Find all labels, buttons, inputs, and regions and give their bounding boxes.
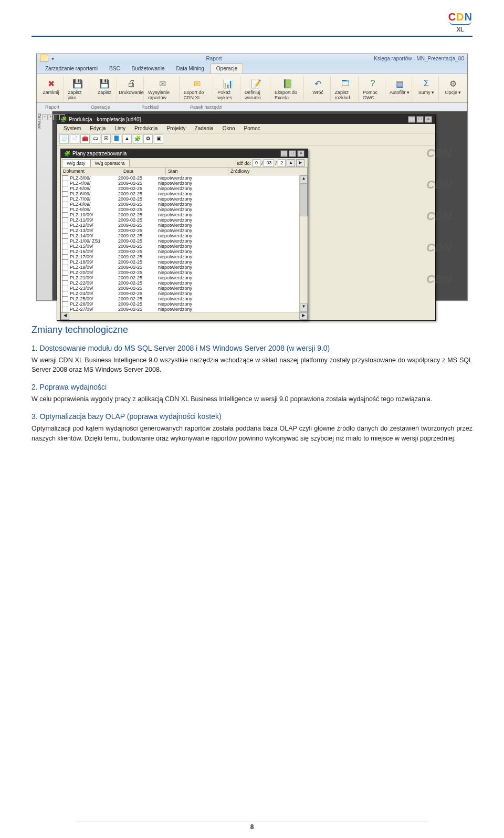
toolbar-icon[interactable]: 🧾 [59,134,69,144]
table-row[interactable]: PLZ-23/09/2009-02-25niepotwierdzony [61,286,308,291]
tree-expand-icon[interactable]: + [48,114,54,120]
table-row[interactable]: PLZ-24/09/2009-02-25niepotwierdzony [61,291,308,296]
ribbon-tab[interactable]: Zarządzanie raportami [40,64,103,74]
inner-tab-wgoperatora[interactable]: W/g operatora [90,159,130,167]
maximize-button[interactable]: □ [289,150,296,157]
ribbon-button[interactable]: 💾Zapisz jako [66,76,90,101]
date-control[interactable]: 0 / 03 / 2 ▲ ▶ [253,159,304,167]
ribbon-tab[interactable]: BSC [104,64,125,74]
table-row[interactable]: PLZ-13/09/2009-02-25niepotwierdzony [61,228,308,233]
toolbar-icon[interactable]: 📄 [70,134,79,144]
inner-tab-wgdaty[interactable]: W/g daty [62,159,90,167]
ribbon-button[interactable]: 📗Eksport do Excela [272,76,304,101]
table-row[interactable]: PLZ-17/09/2009-02-25niepotwierdzony [61,254,308,259]
inner-window-titlebar[interactable]: 🧩Plany zapotrzebowania _ □ × [61,149,308,158]
toolbar-icon[interactable]: 🧰 [80,134,90,144]
table-row[interactable]: PLZ-16/09/2009-02-25niepotwierdzony [61,249,308,254]
titlebar-dropdown-icon[interactable]: ▾ [51,56,54,61]
ribbon-button[interactable]: ⚙Opcje ▾ [441,76,465,101]
grid-col-stan[interactable]: Stan [166,167,228,175]
table-row[interactable]: PLZ-6/09/2009-02-25niepotwierdzony [61,191,308,196]
menu-item[interactable]: Zadania [191,125,218,132]
menu-item[interactable]: Pomoc [240,125,265,132]
toolbar-icon[interactable]: ✿ [143,134,153,144]
table-row[interactable]: PLZ-15/09/2009-02-25niepotwierdzony [61,244,308,249]
grid-body[interactable]: PLZ-3/09/2009-02-25niepotwierdzonyPLZ-4/… [61,175,308,312]
table-row[interactable]: PLZ-7/09/2009-02-25niepotwierdzony [61,196,308,202]
ribbon-tab[interactable]: Operacje [211,64,244,74]
grid-col-zrodlowy[interactable]: Źródłowy [228,167,308,175]
table-row[interactable]: PLZ-22/09/2009-02-25niepotwierdzony [61,280,308,286]
toolbar-icon[interactable]: ▣ [154,134,163,144]
ribbon-button[interactable]: ↶Wróć [306,76,331,101]
ribbon-button[interactable]: 📊Pokaż wykres [215,76,240,101]
table-row[interactable]: PLZ-14/09/2009-02-25niepotwierdzony [61,233,308,238]
date-go-button[interactable]: ▶ [296,159,304,167]
ribbon-button[interactable]: ▤Autofiltr ▾ [387,76,412,101]
side-panel[interactable]: Drzewo + + + + [37,111,52,300]
grid-col-dokument[interactable]: Dokument [61,167,121,175]
grid-col-data[interactable]: Data [121,167,166,175]
menu-item[interactable]: System [59,125,85,132]
scrollbar-horizontal[interactable]: ◀ ▶ [61,312,308,320]
menu-item[interactable]: Produkcja [130,125,162,132]
toolbar-icon[interactable]: ▲ [122,134,132,144]
table-row[interactable]: PLZ-10/09/2009-02-25niepotwierdzony [61,212,308,217]
scroll-right-icon[interactable]: ▶ [299,312,308,320]
cell-stan: niepotwierdzony [158,286,307,291]
table-row[interactable]: PLZ-12/09/2009-02-25niepotwierdzony [61,223,308,228]
table-row[interactable]: PLZ-8/09/2009-02-25niepotwierdzony [61,202,308,207]
ribbon-button[interactable]: 🗔Zapisz rozkład [333,76,359,101]
table-row[interactable]: PLZ-9/09/2009-02-25niepotwierdzony [61,207,308,212]
table-row[interactable]: PLZ-20/09/2009-02-25niepotwierdzony [61,270,308,275]
date-seg-1[interactable]: 0 [253,159,260,167]
ribbon-button[interactable]: ?Pomoc OWC [361,76,385,101]
date-seg-2[interactable]: 03 [264,159,274,167]
scroll-thumb[interactable] [300,184,308,216]
table-row[interactable]: PLZ-5/09/2009-02-25niepotwierdzony [61,186,308,191]
ribbon-button[interactable]: ✖Zamknij [39,76,64,101]
ribbon-button[interactable]: ΣSumy ▾ [414,76,439,101]
menu-item[interactable]: Edycja [86,125,110,132]
table-row[interactable]: PLZ-26/09/2009-02-25niepotwierdzony [61,301,308,307]
toolbar-icon[interactable]: 🗂 [91,134,100,144]
toolbar-icon[interactable]: 📘 [112,134,121,144]
ribbon-tab[interactable]: Data Mining [171,64,209,74]
menu-item[interactable]: Projekty [162,125,190,132]
scroll-up-icon[interactable]: ▲ [300,175,308,184]
table-row[interactable]: PLZ-19/09/2009-02-25niepotwierdzony [61,265,308,270]
table-row[interactable]: PLZ-3/09/2009-02-25niepotwierdzony [61,175,308,181]
toolbar-icon[interactable]: 🧩 [133,134,142,144]
minimize-button[interactable]: _ [408,116,415,123]
scroll-down-icon[interactable]: ▼ [300,303,308,312]
row-checkbox[interactable] [62,307,68,312]
table-row[interactable]: PLZ-18/09/2009-02-25niepotwierdzony [61,259,308,265]
table-row[interactable]: PLZ-21/09/2009-02-25niepotwierdzony [61,275,308,280]
table-row[interactable]: PLZ-1/09/ ZS12009-02-25niepotwierdzony [61,238,308,244]
ribbon-button[interactable]: ✉Export do CDN XL [182,76,214,101]
menu-item[interactable]: Listy [110,125,130,132]
menu-item[interactable]: Okno [218,125,239,132]
ribbon-button[interactable]: 🖨Drukowanie [119,76,144,101]
tree-expand-icon[interactable]: + [42,114,48,120]
date-seg-3[interactable]: 2 [278,159,286,167]
date-spin-up-icon[interactable]: ▲ [287,159,295,167]
table-row[interactable]: PLZ-4/09/2009-02-25niepotwierdzony [61,181,308,186]
minimize-button[interactable]: _ [280,150,288,157]
table-row[interactable]: PLZ-11/09/2009-02-25niepotwierdzony [61,217,308,223]
close-button[interactable]: × [425,116,432,123]
ribbon-tab[interactable]: Budżetowanie [127,64,170,74]
ribbon-button[interactable]: 💾Zapisz [92,76,117,101]
table-row[interactable]: PLZ-25/09/2009-02-25niepotwierdzony [61,296,308,301]
scrollbar-vertical[interactable]: ▲ ▼ [299,175,308,312]
tree-expand-icon[interactable]: + [59,114,65,120]
maximize-button[interactable]: □ [416,116,424,123]
tree-expand-icon[interactable]: + [54,114,59,120]
toolbar-icon[interactable]: ⦿ [101,134,111,144]
table-row[interactable]: PLZ-27/09/2009-02-25niepotwierdzony [61,307,308,312]
ribbon-button[interactable]: 📝Definiuj warunki [243,76,270,101]
ribbon-button[interactable]: ✉Wysyłanie raportów [146,76,180,101]
outer-window-titlebar[interactable]: 🧩Produkcja - kompletacja [ud40] _ □ × [57,115,435,124]
scroll-left-icon[interactable]: ◀ [61,312,69,320]
close-button[interactable]: × [297,150,304,157]
